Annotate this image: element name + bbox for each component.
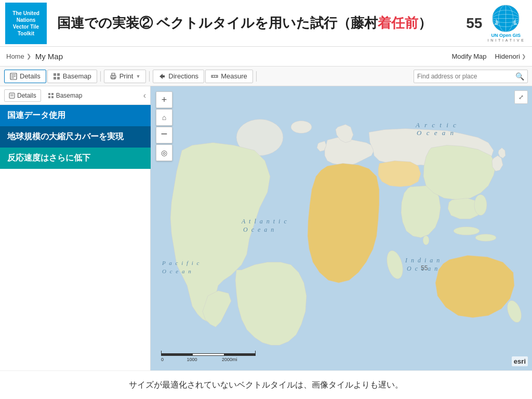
svg-point-36 [423, 236, 429, 245]
slide-number: 55 [466, 15, 482, 32]
print-btn-label: Print [119, 72, 134, 80]
scale-segment-1 [162, 353, 193, 356]
scale-line [161, 351, 256, 356]
print-btn[interactable]: Print ▼ [104, 70, 147, 83]
measure-btn-label: Measure [221, 72, 247, 80]
svg-rect-26 [51, 93, 54, 95]
search-icon[interactable]: 🔍 [515, 72, 524, 81]
slide-title-main: 国連での実装② ベクトルタイルを用いた試行（藤村 [57, 15, 378, 31]
svg-point-35 [475, 234, 496, 242]
annotation-un-data: 国連データ使用 [0, 105, 151, 126]
svg-point-34 [454, 227, 480, 235]
slide-title-end: ） [418, 15, 432, 31]
slide-title-highlight: 着任前 [378, 15, 418, 31]
svg-rect-22 [9, 93, 15, 98]
bottom-caption-text: サイズが最適化されていないベクトルタイルは、画像タイルよりも遅い。 [129, 380, 403, 391]
nav-user[interactable]: Hidenori ❯ [495, 52, 526, 60]
annotation-large-scale: 地球規模の大縮尺カバーを実現 [0, 126, 151, 148]
scale-bar: 0 1000 2000mi [161, 351, 256, 362]
scale-segment-3 [224, 353, 255, 356]
svg-marker-17 [159, 74, 165, 79]
zoom-in-btn[interactable]: + [156, 91, 172, 108]
scale-bar-graphic: 0 1000 2000mi [161, 351, 256, 362]
toolbar-separator-1 [100, 71, 101, 82]
left-panel: Details Basemap ‹ About this Map Here's … [0, 86, 151, 370]
zoom-out-btn[interactable]: − [156, 127, 172, 143]
un-logo: The United Nations Vector Tile Toolkit [5, 3, 47, 44]
measure-btn[interactable]: Measure [205, 70, 253, 83]
initiative-text: I N I T I A T I V E [487, 38, 524, 42]
world-map-svg: A r c t i c O c e a n A t l a n t i c O … [151, 86, 532, 370]
toolbar-separator-2 [149, 71, 150, 82]
basemap-icon [53, 73, 60, 80]
globe-icon [491, 4, 520, 33]
svg-text:55: 55 [421, 264, 428, 272]
panel-tab-details[interactable]: Details [4, 89, 41, 102]
map-expand-btn[interactable]: ⤢ [514, 90, 528, 104]
details-tab-label: Details [20, 72, 41, 80]
measure-icon [211, 73, 218, 80]
bottom-caption: サイズが最適化されていないベクトルタイルは、画像タイルよりも遅い。 [0, 370, 532, 399]
panel-tabs: Details Basemap ‹ [0, 86, 150, 105]
directions-btn[interactable]: Directions [153, 70, 204, 83]
svg-rect-27 [48, 96, 50, 98]
svg-rect-25 [48, 93, 50, 95]
svg-rect-11 [57, 73, 60, 76]
user-chevron-icon: ❯ [522, 54, 526, 59]
svg-rect-13 [57, 77, 60, 79]
scale-segment-2 [193, 353, 224, 356]
svg-text:O c e a n: O c e a n [243, 226, 275, 233]
svg-point-33 [474, 195, 487, 216]
svg-rect-28 [51, 96, 54, 98]
search-box[interactable]: 🔍 [414, 70, 528, 83]
panel-collapse-btn[interactable]: ‹ [143, 91, 146, 100]
directions-icon [158, 73, 166, 80]
search-input[interactable] [417, 73, 515, 80]
basemap-tab-icon [48, 92, 54, 99]
svg-point-37 [291, 121, 312, 134]
map-toolbar: Details Basemap Print ▼ Directions Measu… [0, 66, 532, 86]
map-area: A r c t i c O c e a n A t l a n t i c O … [151, 86, 532, 370]
panel-tab-basemap[interactable]: Basemap [43, 89, 87, 102]
scale-end [255, 351, 256, 356]
basemap-tab-btn[interactable]: Basemap [47, 70, 97, 83]
details-tab-icon [9, 92, 15, 99]
details-tab-btn[interactable]: Details [4, 70, 46, 83]
main-content: Details Basemap ‹ About this Map Here's … [0, 86, 532, 370]
svg-text:A r c t i c: A r c t i c [415, 121, 458, 129]
scale-label-1000: 1000 [162, 357, 222, 362]
svg-text:I n d i a n: I n d i a n [405, 257, 441, 264]
home-btn[interactable]: ⌂ [156, 109, 172, 126]
svg-text:O c e a n: O c e a n [417, 129, 455, 137]
modify-map-link[interactable]: Modify Map [451, 52, 486, 60]
svg-text:A t l a n t i c: A t l a n t i c [241, 218, 288, 225]
un-open-gis-logo: UN Open GIS I N I T I A T I V E [487, 4, 524, 42]
nav-map-name: My Map [35, 52, 63, 61]
svg-rect-15 [112, 73, 115, 75]
print-dropdown-icon: ▼ [136, 74, 140, 79]
esri-watermark: esri [512, 356, 528, 366]
user-name: Hidenori [495, 52, 520, 60]
annotation-response: 反応速度はさらに低下 [0, 148, 151, 169]
annotation-boxes: 国連データ使用 地球規模の大縮尺カバーを実現 反応速度はさらに低下 [0, 105, 151, 169]
nav-home-link[interactable]: Home [6, 52, 24, 60]
panel-basemap-label: Basemap [56, 92, 83, 99]
basemap-tab-label: Basemap [63, 72, 91, 80]
top-header: The United Nations Vector Tile Toolkit 国… [0, 0, 532, 47]
svg-text:P a c i f i c: P a c i f i c [162, 260, 200, 266]
arcgis-navbar: Home ❯ My Map Modify Map Hidenori ❯ [0, 47, 532, 66]
map-controls: + ⌂ − ◎ [156, 91, 172, 161]
print-icon [110, 73, 117, 80]
svg-rect-12 [54, 77, 56, 79]
details-icon [10, 73, 17, 80]
un-logo-text: The United Nations Vector Tile Toolkit [12, 10, 39, 37]
locate-btn[interactable]: ◎ [156, 144, 172, 161]
directions-btn-label: Directions [168, 72, 198, 80]
un-open-gis-text: UN Open GIS [491, 33, 521, 38]
slide-title: 国連での実装② ベクトルタイルを用いた試行（藤村着任前） [47, 14, 466, 32]
nav-chevron-icon: ❯ [26, 53, 31, 60]
toolbar-separator-3 [256, 71, 257, 82]
svg-text:O c e a n: O c e a n [162, 268, 192, 274]
panel-details-label: Details [17, 92, 36, 99]
scale-labels: 0 1000 2000mi [161, 357, 237, 362]
